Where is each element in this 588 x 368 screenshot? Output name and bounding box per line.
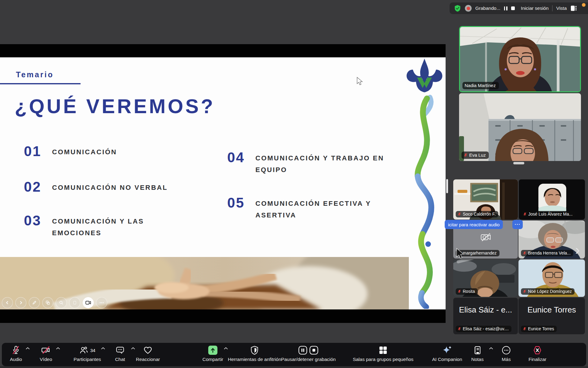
slide-item-02: 02 COMUNICACIÓN NO VERBAL (24, 179, 168, 194)
participant-name: Elisa Sáiz - esaiz@uv.... (463, 326, 509, 331)
remote-pointer-cursor (455, 248, 465, 260)
end-meeting-icon (533, 346, 542, 355)
mic-off-icon (523, 327, 526, 331)
participants-button[interactable]: 34 Participantes (74, 345, 101, 362)
breakout-label: Salas para grupos pequeños (353, 357, 413, 362)
share-button[interactable]: Compartir (202, 345, 223, 362)
video-tile-pinned[interactable]: Eva Luz (459, 93, 581, 161)
slide-item-04: 04 COMUNICACIÓN Y TRABAJO EN EQUIPO (227, 150, 415, 176)
participant-name: Noé López Domínguez (528, 289, 572, 294)
tooltip-text: icitar para reactivar audio (448, 222, 499, 227)
participant-name-label: Rosita (456, 288, 478, 295)
video-tile[interactable]: Rosita (453, 259, 518, 297)
participant-name-label: Eva Luz (462, 151, 489, 159)
item-label: COMUNICACIÓN Y TRABAJO EN EQUIPO (255, 152, 415, 176)
audio-options-chevron[interactable] (26, 347, 30, 350)
next-slide-button[interactable] (15, 297, 26, 308)
chat-options-chevron[interactable] (131, 347, 135, 350)
panel-scrollbar[interactable] (446, 179, 448, 193)
ellipsis-icon: ··· (515, 222, 521, 227)
breakout-grid-icon (379, 346, 388, 355)
stop-recording-icon[interactable] (511, 6, 515, 10)
slide-kicker: Temario (16, 70, 54, 79)
participant-name-label: Elisa Sáiz - esaiz@uv.... (456, 326, 511, 332)
view-button[interactable]: Vista (556, 6, 567, 11)
draw-pen-button[interactable] (29, 297, 40, 308)
participant-name: Brenda Herrera Vela... (528, 251, 571, 255)
breakout-rooms-button[interactable]: Salas para grupos pequeños (353, 345, 413, 362)
video-tile[interactable]: Noé López Domínguez (518, 259, 585, 297)
participants-icon (79, 346, 89, 355)
mic-off-icon (458, 212, 461, 216)
item-number: 02 (24, 179, 52, 194)
notes-button[interactable]: Notas (471, 345, 484, 362)
end-meeting-label: Finalizar (529, 357, 547, 362)
view-layout-icon[interactable] (571, 6, 577, 11)
item-label: COMUNICACIÓN Y LAS EMOCIONES (52, 216, 168, 239)
next-page-arrow[interactable]: › (575, 243, 580, 256)
participant-big-name: Eunice Torres (518, 305, 585, 315)
item-number: 01 (24, 144, 52, 159)
tooltip-more-button[interactable]: ··· (512, 220, 523, 229)
participant-name-label: Eunice Torres (521, 326, 557, 332)
participant-name-label: Noé López Domínguez (521, 288, 575, 295)
participant-name: Eunice Torres (528, 326, 554, 331)
host-tools-label: Herramientas de anfitrión (228, 357, 281, 362)
camera-tool-button[interactable] (83, 297, 94, 308)
participant-name-label: José Luis Álvarez Ma... (521, 211, 575, 217)
recording-status: Grabando... (475, 6, 500, 11)
previous-slide-button[interactable] (2, 297, 13, 308)
stop-recording-button[interactable] (309, 346, 318, 355)
video-tile[interactable]: José Luis Álvarez Ma... (519, 179, 585, 220)
participant-name: Rosita (463, 289, 475, 294)
item-label: COMUNICACIÓN NO VERBAL (52, 182, 168, 194)
ai-companion-label: AI Companion (432, 357, 462, 362)
participant-name: José Luis Álvarez Ma... (528, 212, 573, 217)
video-tile-speaker[interactable]: Nadia Martínez (459, 26, 581, 92)
zoom-search-button[interactable] (56, 297, 67, 308)
shared-screen-slide: Temario ¿QUÉ VEREMOS? 01 COMUNICACIÓN 02… (0, 44, 446, 323)
pause-recording-button[interactable] (298, 346, 307, 355)
share-label: Compartir (202, 357, 223, 362)
slides-panel-button[interactable] (42, 297, 53, 308)
sign-in-button[interactable]: Iniciar sesión (521, 6, 548, 11)
security-shield-icon[interactable] (454, 5, 461, 12)
chat-button[interactable]: Chat (115, 345, 125, 362)
panel-resize-handle[interactable] (513, 162, 524, 164)
notes-options-chevron[interactable] (489, 347, 493, 350)
end-meeting-button[interactable]: Finalizar (529, 345, 547, 362)
participant-name: Soco Calderón F. (463, 212, 496, 217)
pointer-tool-button[interactable] (69, 297, 80, 308)
record-controls: Pausar/detener grabación (281, 345, 336, 362)
item-number: 03 (24, 213, 52, 239)
participants-count: 34 (90, 348, 96, 353)
more-button[interactable]: Más (502, 345, 511, 362)
mic-off-icon (523, 289, 526, 293)
camera-off-icon (479, 232, 492, 243)
audio-button[interactable]: Audio (10, 345, 22, 362)
pinned-name: Eva Luz (469, 152, 486, 158)
video-options-chevron[interactable] (56, 347, 60, 350)
video-tile[interactable]: Soco Calderón F. (453, 179, 518, 220)
react-button[interactable]: Reaccionar (136, 345, 160, 362)
pinned-video-feed (459, 93, 581, 161)
more-ellipsis-icon (502, 346, 511, 355)
slide-content: Temario ¿QUÉ VEREMOS? 01 COMUNICACIÓN 02… (0, 57, 446, 309)
ai-companion-button[interactable]: AI Companion (432, 345, 462, 362)
participant-name-label: Nadia Martínez (462, 82, 499, 89)
mic-off-icon (464, 153, 468, 157)
slide-item-01: 01 COMUNICACIÓN (24, 144, 117, 159)
host-tools-button[interactable]: Herramientas de anfitrión (228, 345, 281, 362)
participants-options-chevron[interactable] (101, 347, 105, 350)
share-annotation-toolbar (2, 297, 107, 308)
pause-recording-icon[interactable] (504, 6, 507, 10)
share-options-chevron[interactable] (224, 347, 228, 350)
video-tile[interactable]: Eunice Torres Eunice Torres (518, 298, 585, 334)
chat-icon (115, 346, 125, 355)
mic-off-icon (523, 212, 527, 216)
video-tile[interactable]: Elisa Sáiz - e... Elisa Sáiz - esaiz@uv.… (453, 298, 518, 334)
unmute-request-tooltip: icitar para reactivar audio (445, 220, 503, 229)
video-button[interactable]: Vídeo (40, 345, 52, 362)
more-tools-button[interactable] (96, 297, 107, 308)
menu-divider (552, 5, 552, 11)
